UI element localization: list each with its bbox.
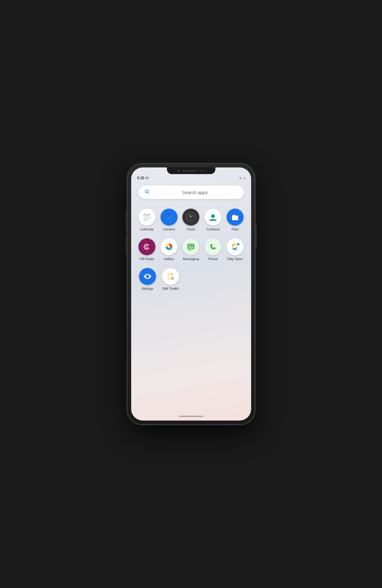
app-camera[interactable]: Camera (158, 206, 180, 233)
apps-row-1: CAL 7 8 9 14 15 Calendar (136, 206, 246, 233)
svg-point-48 (237, 243, 240, 246)
signal-icon: ⛌ (239, 176, 242, 180)
settings-icon (139, 268, 156, 285)
svg-text:7: 7 (144, 217, 145, 219)
svg-point-50 (146, 275, 149, 278)
apps-row-2: FM Radio (136, 236, 246, 263)
svg-text:15: 15 (146, 219, 148, 221)
search-bar[interactable]: Search apps (138, 186, 244, 199)
search-bar-container: Search apps (131, 182, 251, 204)
phone-icon (204, 238, 221, 255)
svg-point-41 (168, 246, 170, 248)
fmradio-label: FM Radio (140, 257, 154, 261)
settings-label: Settings (141, 287, 154, 290)
app-contacts[interactable]: Contacts (202, 206, 224, 233)
battery-icon: ▪ (244, 176, 245, 180)
svg-rect-6 (144, 213, 145, 215)
svg-point-56 (171, 278, 173, 279)
contacts-label: Contacts (207, 227, 220, 231)
app-playstore[interactable]: Play Store (224, 236, 246, 263)
front-camera (178, 170, 180, 172)
messaging-label: Messaging (183, 257, 199, 261)
camera-label: Camera (163, 227, 175, 231)
svg-text:14: 14 (144, 219, 145, 221)
svg-point-18 (171, 216, 172, 216)
files-icon (227, 209, 244, 226)
app-clock[interactable]: Clock (180, 206, 202, 233)
messaging-icon (182, 238, 199, 255)
search-placeholder: Search apps (152, 190, 238, 195)
search-icon (144, 189, 149, 195)
svg-rect-59 (171, 278, 171, 279)
playstore-label: Play Store (228, 257, 243, 261)
phone-notch (167, 167, 215, 174)
app-settings[interactable]: Settings (136, 266, 159, 293)
svg-text:CAL: CAL (145, 214, 149, 216)
status-time: 5:15 (137, 176, 144, 180)
clock-label: Clock (187, 227, 195, 231)
camera-icon (161, 209, 178, 226)
svg-text:8: 8 (146, 217, 147, 219)
app-fmradio[interactable]: FM Radio (136, 236, 158, 263)
sensors (200, 170, 205, 172)
svg-text:9: 9 (149, 217, 150, 219)
bottom-pill (179, 416, 203, 417)
svg-point-32 (214, 215, 214, 216)
app-calendar[interactable]: CAL 7 8 9 14 15 Calendar (136, 206, 158, 233)
svg-point-27 (191, 217, 191, 218)
files-label: Files (231, 227, 238, 231)
app-gallery[interactable]: GO Gallery (158, 236, 180, 263)
go-badge: GO (172, 252, 177, 255)
gallery-icon: GO (161, 238, 178, 255)
svg-rect-7 (149, 213, 150, 215)
sensor-2 (203, 170, 205, 172)
simtoolkit-label: SIM Toolkit (162, 287, 179, 290)
sensor-1 (200, 170, 202, 172)
svg-rect-58 (172, 279, 173, 280)
phone-label: Phone (208, 257, 218, 261)
app-files[interactable]: Files (224, 206, 246, 233)
svg-line-1 (148, 193, 149, 194)
svg-rect-46 (208, 242, 218, 252)
apps-grid: CAL 7 8 9 14 15 Calendar (131, 204, 251, 412)
calendar-icon: CAL 7 8 9 14 15 (138, 209, 155, 226)
fmradio-icon (138, 238, 155, 255)
clock-icon (182, 209, 199, 226)
phone-device: 5:15 🛡 ⛌ ▪ Search apps (128, 164, 255, 424)
app-phone[interactable]: Phone (202, 236, 224, 263)
svg-point-30 (211, 215, 214, 218)
status-vpn-icon: 🛡 (146, 177, 149, 180)
svg-point-44 (189, 246, 190, 247)
svg-rect-53 (171, 273, 172, 275)
apps-row-3: Settings (136, 266, 246, 293)
app-messaging[interactable]: Messaging (180, 236, 202, 263)
svg-rect-57 (172, 277, 173, 278)
svg-point-38 (148, 245, 149, 246)
bottom-bar (131, 412, 251, 421)
svg-point-45 (192, 246, 193, 247)
contacts-icon (204, 209, 221, 226)
speaker (182, 170, 198, 172)
simtoolkit-icon (162, 268, 179, 285)
svg-rect-60 (173, 278, 174, 279)
status-time-area: 5:15 🛡 (137, 176, 149, 180)
playstore-icon (227, 238, 244, 255)
gallery-label: Gallery (164, 257, 174, 261)
calendar-label: Calendar (140, 227, 154, 231)
svg-point-17 (168, 217, 170, 218)
status-icons: ⛌ ▪ (239, 176, 245, 180)
phone-screen: 5:15 🛡 ⛌ ▪ Search apps (131, 167, 251, 421)
app-simtoolkit[interactable]: SIM Toolkit (159, 266, 182, 293)
svg-rect-43 (188, 244, 195, 249)
svg-point-37 (146, 246, 147, 247)
svg-point-31 (212, 215, 213, 216)
